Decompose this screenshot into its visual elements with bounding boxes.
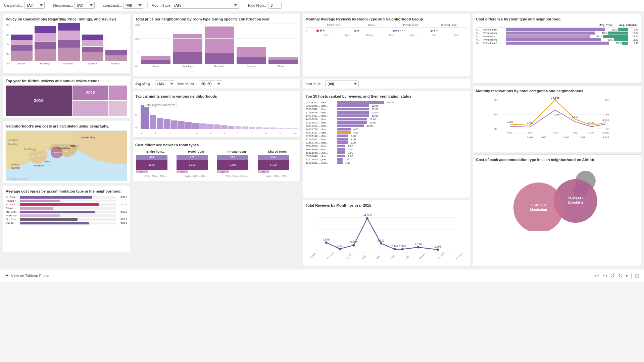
map-label-new: New bbox=[45, 160, 50, 162]
neighbourhood-select[interactable]: (All) bbox=[75, 2, 95, 9]
monthly-reservations-chart: 20K 10K 0K 20K 10K 0K bbox=[476, 96, 638, 149]
map-label-juntolivr: Junt Olive bbox=[8, 139, 19, 141]
col-shared: Shared room bbox=[257, 149, 298, 154]
pn-bronx: Bronx bbox=[141, 56, 170, 68]
host-reviews: 12.00 bbox=[372, 104, 379, 107]
val-jan: 7,048 bbox=[323, 238, 330, 241]
host-id: 14713497... Man... bbox=[306, 114, 336, 117]
cancellation-label: Cancellati... bbox=[4, 3, 23, 7]
right-bar bbox=[506, 32, 595, 35]
hbar-container bbox=[20, 214, 116, 217]
y-10: 10 bbox=[135, 101, 138, 104]
cost-cell: 624 1200 50 bbox=[135, 154, 176, 174]
map-label-br: Br. bbox=[76, 144, 80, 147]
scatter-dot bbox=[434, 30, 435, 32]
host-reviews: 2.00 bbox=[348, 145, 353, 148]
nights-annotation: Total Nights parameter bbox=[144, 103, 177, 107]
avg-cost-row-8: Sta. tei 685.6 bbox=[6, 221, 127, 224]
scatter-row-num: 2 bbox=[306, 29, 316, 32]
host-id-select[interactable]: (All) bbox=[325, 81, 359, 87]
construction-select[interactable]: (All) bbox=[123, 2, 143, 9]
host-id: 87332142... Man... bbox=[306, 135, 336, 138]
cost-row-avg: 624 1200 50 666 1,193 50 bbox=[135, 154, 298, 174]
typical-nights-title: Typical nights spent in various neighbor… bbox=[135, 94, 298, 99]
bubble-manhattan bbox=[513, 183, 564, 231]
avg-label: Avg... Max... Min... bbox=[257, 174, 298, 178]
hbar-fill bbox=[20, 203, 99, 206]
borough-label: Qu... bbox=[476, 42, 483, 44]
total-nights-input[interactable]: 6 bbox=[268, 2, 282, 9]
year-select[interactable]: 20: 20: bbox=[199, 81, 222, 87]
view-tableau-link[interactable]: View on Tableau Public bbox=[11, 274, 49, 278]
type-label: Hotel room bbox=[483, 35, 505, 38]
reviews-x-labels: January February March April May June Ju… bbox=[306, 257, 468, 260]
host-bar-orange bbox=[337, 131, 351, 134]
night-bar bbox=[157, 118, 163, 129]
night-bar bbox=[213, 124, 220, 129]
avg-cost-label: Private r bbox=[6, 199, 19, 202]
scatter-dot bbox=[357, 30, 359, 32]
calc-bar bbox=[614, 38, 628, 41]
host-bar bbox=[337, 141, 348, 144]
borough-label: Br... bbox=[476, 35, 483, 38]
avg-nights-select[interactable]: (All) bbox=[155, 81, 175, 87]
construction-label: constructi... bbox=[103, 3, 122, 7]
calc-val: 3.15 bbox=[629, 42, 638, 44]
redo-icon[interactable]: ↪ bbox=[602, 272, 607, 279]
map-container: Junt Olive township Oyster Bay East Oran… bbox=[6, 131, 127, 181]
undo-icon[interactable]: ↩ bbox=[595, 272, 600, 279]
y-10k-right: 10K bbox=[605, 113, 609, 116]
night-bar bbox=[178, 121, 185, 129]
monthly-reservations-title: Monthly reservations by hotel categories… bbox=[476, 89, 638, 93]
fullscreen-icon[interactable]: ⊡ bbox=[635, 272, 639, 279]
val-jun: 2,462 bbox=[391, 245, 398, 248]
forward-icon[interactable]: ↻ bbox=[618, 272, 623, 279]
dropdown-icon[interactable]: ▾ bbox=[626, 273, 628, 278]
cost-bar-max-entire: 1200 bbox=[136, 160, 167, 170]
host-bar bbox=[337, 155, 345, 157]
back-icon[interactable]: ↺ bbox=[610, 272, 615, 279]
avg-label: Avg... Max... Min... bbox=[176, 174, 216, 178]
hbar-val: 685.6 bbox=[116, 221, 127, 224]
night-bar bbox=[270, 127, 276, 129]
scatter-dot bbox=[398, 30, 399, 32]
reservations-purple-line bbox=[510, 110, 606, 127]
night-bar bbox=[192, 123, 199, 129]
type-label: Private room bbox=[483, 39, 505, 41]
bot-val-4: 2,528 bbox=[579, 136, 586, 139]
cost-bar-min-private: 50 bbox=[217, 170, 229, 173]
col-private: Private room bbox=[392, 23, 430, 27]
scatter-shared bbox=[430, 29, 468, 33]
x-que1: Que... bbox=[337, 34, 359, 36]
total-reviews-card: Total Reviews by Month for year 2015 bbox=[303, 200, 471, 266]
host-id: 28338699... Broo... bbox=[306, 148, 336, 151]
val-oct: 2,462 bbox=[588, 121, 595, 124]
host-bar bbox=[337, 135, 348, 137]
total-reviews-title: Total Reviews by Month for year 2015 bbox=[306, 203, 468, 208]
cost-bar-min-hotel: 50 bbox=[177, 170, 188, 173]
room-type-select[interactable]: (All) bbox=[172, 2, 239, 9]
column-3: Monthly Average Reviews by Room Type and… bbox=[303, 14, 471, 266]
y-label: 0M bbox=[6, 53, 9, 56]
treemap-small-col bbox=[109, 86, 127, 116]
x-octo: Octo. bbox=[588, 131, 594, 134]
hbar-fill bbox=[20, 200, 60, 202]
host-id: 58525948... Que... bbox=[306, 151, 336, 154]
monthly-reservations-card: Monthly reservations by hotel categories… bbox=[473, 86, 641, 152]
x-bro2: Bro... bbox=[381, 34, 403, 36]
night-bar bbox=[185, 122, 192, 129]
typical-nights-card: Typical nights spent in various neighbor… bbox=[132, 91, 301, 137]
cost-bar-avg-hotel: 666 bbox=[177, 155, 208, 160]
host-id: 44069230... Man... bbox=[306, 118, 336, 121]
host-row: 87332142... Man... 3.00 bbox=[306, 135, 468, 138]
host-id: 81929572... Man... bbox=[306, 121, 336, 124]
cancellation-select[interactable]: (All) bbox=[24, 2, 45, 9]
treemap-sm2 bbox=[109, 101, 127, 116]
col-shared: Shared room bbox=[430, 23, 468, 27]
host-reviews: 2.00 bbox=[348, 148, 353, 151]
hbar-val: 635.9 bbox=[116, 196, 127, 199]
cost-bar-avg-entire: 624 bbox=[136, 155, 167, 160]
nx-1: M. bbox=[141, 132, 143, 135]
policy-bar-brooklyn: Brooklyn bbox=[35, 26, 56, 65]
hbar-container bbox=[20, 203, 116, 206]
